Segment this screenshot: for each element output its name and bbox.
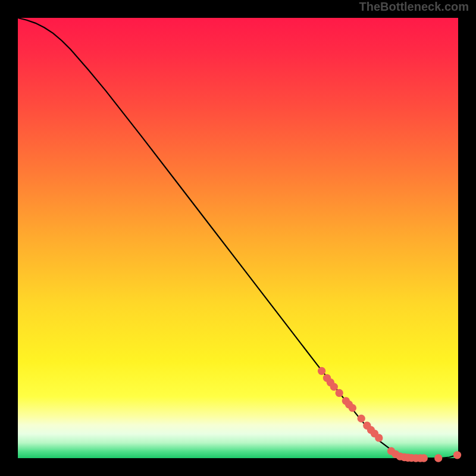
data-point [349, 404, 356, 412]
chart-svg [0, 0, 476, 476]
data-point [330, 383, 338, 390]
data-point [336, 389, 343, 397]
data-point [375, 434, 383, 441]
data-point [358, 415, 365, 422]
data-point [434, 454, 442, 462]
plot-area [18, 18, 458, 458]
attribution-text: TheBottleneck.com [359, 0, 469, 14]
data-point [318, 367, 325, 375]
data-point [420, 454, 428, 462]
chart-container: TheBottleneck.com [0, 0, 476, 476]
data-point [453, 451, 461, 459]
